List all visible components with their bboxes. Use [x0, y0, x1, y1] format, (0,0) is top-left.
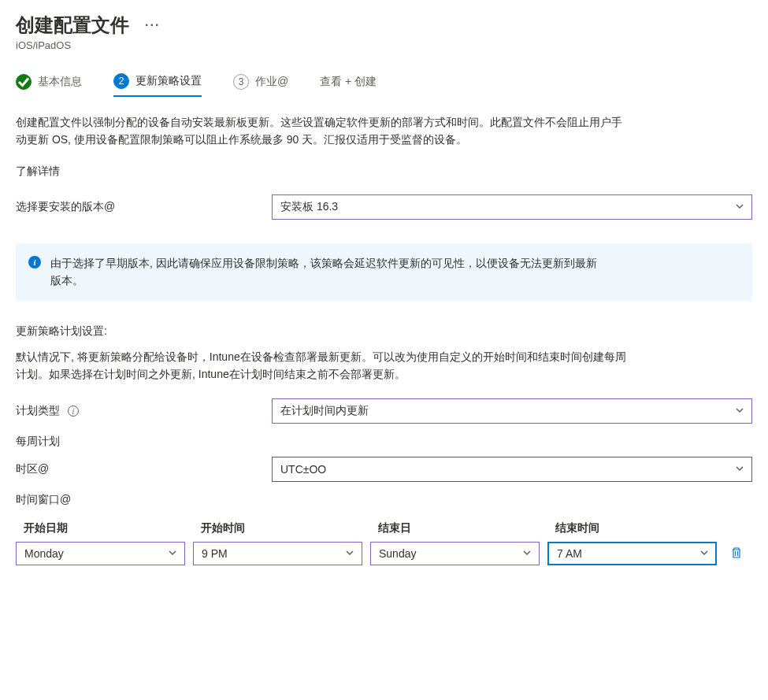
- stepper: 基本信息 2 更新策略设置 3 作业@ 查看 + 创建: [16, 67, 752, 98]
- step-number-icon: 3: [233, 74, 249, 90]
- version-select[interactable]: 安装板 16.3: [272, 194, 752, 220]
- end-day-value: Sunday: [379, 547, 416, 560]
- more-icon[interactable]: ···: [145, 18, 160, 32]
- step-label: 作业@: [255, 75, 288, 89]
- table-header: 开始日期 开始时间 结束日 结束时间: [16, 515, 752, 542]
- end-time-value: 7 AM: [557, 547, 582, 560]
- end-time-select[interactable]: 7 AM: [547, 542, 717, 565]
- check-icon: [16, 74, 32, 90]
- schedule-type-select[interactable]: 在计划时间内更新: [272, 398, 752, 424]
- start-day-value: Monday: [24, 547, 64, 560]
- learn-more-link[interactable]: 了解详情: [16, 165, 60, 179]
- step-update-policy[interactable]: 2 更新策略设置: [113, 67, 202, 97]
- timezone-label: 时区@: [16, 462, 272, 476]
- step-number-icon: 2: [113, 73, 129, 89]
- header-start-day: 开始日期: [16, 521, 185, 535]
- step-label: 基本信息: [38, 75, 82, 89]
- header-end-day: 结束日: [370, 521, 540, 535]
- info-icon[interactable]: i: [68, 406, 79, 417]
- header-start-time: 开始时间: [193, 521, 362, 535]
- start-day-select[interactable]: Monday: [16, 542, 185, 565]
- timezone-value: UTC±OO: [280, 463, 326, 476]
- step-label: 查看 + 创建: [320, 75, 377, 89]
- start-time-select[interactable]: 9 PM: [193, 542, 362, 565]
- info-banner: i 由于选择了早期版本, 因此请确保应用设备限制策略，该策略会延迟软件更新的可见…: [16, 243, 752, 301]
- delete-row-button[interactable]: [730, 546, 743, 561]
- table-row: Monday 9 PM Sunday 7 AM: [16, 542, 752, 565]
- time-window-label: 时间窗口@: [16, 493, 752, 507]
- page-title: 创建配置文件: [16, 13, 129, 38]
- weekly-schedule-label: 每周计划: [16, 435, 752, 449]
- timezone-select[interactable]: UTC±OO: [272, 457, 752, 482]
- step-review-create[interactable]: 查看 + 创建: [320, 67, 377, 97]
- version-value: 安装板 16.3: [280, 200, 338, 214]
- info-banner-text: 由于选择了早期版本, 因此请确保应用设备限制策略，该策略会延迟软件更新的可见性，…: [50, 254, 602, 290]
- step-assignments[interactable]: 3 作业@: [233, 67, 288, 97]
- page-subtitle: iOS/iPadOS: [16, 39, 752, 51]
- info-icon: i: [28, 256, 41, 269]
- step-label: 更新策略设置: [135, 74, 202, 88]
- start-time-value: 9 PM: [202, 547, 228, 560]
- version-label: 选择要安装的版本@: [16, 200, 272, 214]
- schedule-description: 默认情况下, 将更新策略分配给设备时，Intune在设备检查部署最新更新。可以改…: [16, 348, 630, 383]
- schedule-type-value: 在计划时间内更新: [280, 404, 369, 418]
- end-day-select[interactable]: Sunday: [370, 542, 540, 565]
- header-end-time: 结束时间: [547, 521, 717, 535]
- policy-description: 创建配置文件以强制分配的设备自动安装最新板更新。这些设置确定软件更新的部署方式和…: [16, 113, 630, 149]
- step-basic-info[interactable]: 基本信息: [16, 67, 82, 97]
- schedule-heading: 更新策略计划设置:: [16, 324, 752, 339]
- schedule-type-label: 计划类型: [16, 404, 60, 418]
